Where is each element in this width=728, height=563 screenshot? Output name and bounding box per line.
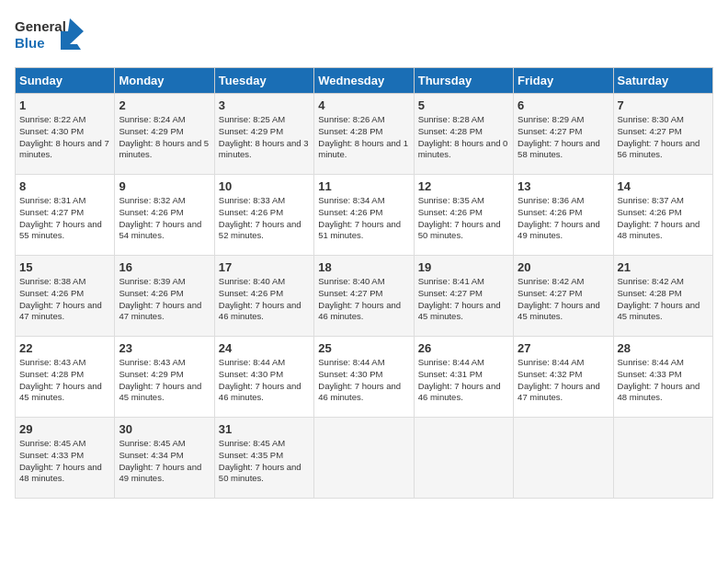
svg-text:General: General xyxy=(15,18,66,34)
day-number: 30 xyxy=(119,422,210,436)
day-info: Sunrise: 8:31 AMSunset: 4:27 PMDaylight:… xyxy=(19,195,110,242)
day-header-tuesday: Tuesday xyxy=(214,68,313,94)
calendar-cell xyxy=(314,418,414,499)
calendar-week-row: 1Sunrise: 8:22 AMSunset: 4:30 PMDaylight… xyxy=(16,94,713,175)
day-header-wednesday: Wednesday xyxy=(314,68,414,94)
calendar-cell: 10Sunrise: 8:33 AMSunset: 4:26 PMDayligh… xyxy=(214,175,313,256)
calendar-cell: 5Sunrise: 8:28 AMSunset: 4:28 PMDaylight… xyxy=(414,94,513,175)
calendar-cell: 27Sunrise: 8:44 AMSunset: 4:32 PMDayligh… xyxy=(514,337,613,418)
day-number: 29 xyxy=(19,422,110,436)
calendar-cell: 7Sunrise: 8:30 AMSunset: 4:27 PMDaylight… xyxy=(613,94,712,175)
day-info: Sunrise: 8:30 AMSunset: 4:27 PMDaylight:… xyxy=(618,114,709,161)
day-number: 9 xyxy=(119,179,210,193)
day-number: 15 xyxy=(19,260,110,274)
day-number: 18 xyxy=(318,260,409,274)
calendar-cell: 17Sunrise: 8:40 AMSunset: 4:26 PMDayligh… xyxy=(214,256,313,337)
calendar-cell: 11Sunrise: 8:34 AMSunset: 4:26 PMDayligh… xyxy=(314,175,414,256)
day-header-sunday: Sunday xyxy=(16,68,115,94)
svg-text:Blue: Blue xyxy=(15,35,45,51)
day-number: 25 xyxy=(318,341,409,355)
calendar-cell: 19Sunrise: 8:41 AMSunset: 4:27 PMDayligh… xyxy=(414,256,513,337)
day-info: Sunrise: 8:45 AMSunset: 4:34 PMDaylight:… xyxy=(119,438,210,485)
day-info: Sunrise: 8:33 AMSunset: 4:26 PMDaylight:… xyxy=(219,195,310,242)
calendar-cell: 9Sunrise: 8:32 AMSunset: 4:26 PMDaylight… xyxy=(115,175,214,256)
day-number: 26 xyxy=(418,341,509,355)
day-info: Sunrise: 8:36 AMSunset: 4:26 PMDaylight:… xyxy=(518,195,609,242)
calendar-week-row: 8Sunrise: 8:31 AMSunset: 4:27 PMDaylight… xyxy=(16,175,713,256)
calendar-cell: 16Sunrise: 8:39 AMSunset: 4:26 PMDayligh… xyxy=(115,256,214,337)
day-number: 12 xyxy=(418,179,509,193)
calendar-cell: 22Sunrise: 8:43 AMSunset: 4:28 PMDayligh… xyxy=(16,337,115,418)
calendar-cell: 12Sunrise: 8:35 AMSunset: 4:26 PMDayligh… xyxy=(414,175,513,256)
calendar-cell: 4Sunrise: 8:26 AMSunset: 4:28 PMDaylight… xyxy=(314,94,414,175)
calendar-cell: 3Sunrise: 8:25 AMSunset: 4:29 PMDaylight… xyxy=(214,94,313,175)
day-header-thursday: Thursday xyxy=(414,68,513,94)
day-number: 27 xyxy=(518,341,609,355)
calendar-cell xyxy=(514,418,613,499)
calendar-header-row: SundayMondayTuesdayWednesdayThursdayFrid… xyxy=(16,68,713,94)
calendar-cell: 29Sunrise: 8:45 AMSunset: 4:33 PMDayligh… xyxy=(16,418,115,499)
day-info: Sunrise: 8:39 AMSunset: 4:26 PMDaylight:… xyxy=(119,276,210,323)
day-info: Sunrise: 8:22 AMSunset: 4:30 PMDaylight:… xyxy=(19,114,110,161)
day-info: Sunrise: 8:44 AMSunset: 4:33 PMDaylight:… xyxy=(618,357,709,404)
day-number: 31 xyxy=(219,422,310,436)
calendar-cell: 6Sunrise: 8:29 AMSunset: 4:27 PMDaylight… xyxy=(514,94,613,175)
calendar-cell: 13Sunrise: 8:36 AMSunset: 4:26 PMDayligh… xyxy=(514,175,613,256)
day-info: Sunrise: 8:38 AMSunset: 4:26 PMDaylight:… xyxy=(19,276,110,323)
calendar-cell xyxy=(414,418,513,499)
day-info: Sunrise: 8:29 AMSunset: 4:27 PMDaylight:… xyxy=(518,114,609,161)
calendar-table: SundayMondayTuesdayWednesdayThursdayFrid… xyxy=(15,67,713,499)
day-info: Sunrise: 8:40 AMSunset: 4:27 PMDaylight:… xyxy=(318,276,409,323)
day-number: 2 xyxy=(119,98,210,112)
day-info: Sunrise: 8:44 AMSunset: 4:32 PMDaylight:… xyxy=(518,357,609,404)
day-header-friday: Friday xyxy=(514,68,613,94)
calendar-week-row: 15Sunrise: 8:38 AMSunset: 4:26 PMDayligh… xyxy=(16,256,713,337)
day-number: 6 xyxy=(518,98,609,112)
calendar-cell: 24Sunrise: 8:44 AMSunset: 4:30 PMDayligh… xyxy=(214,337,313,418)
day-info: Sunrise: 8:24 AMSunset: 4:29 PMDaylight:… xyxy=(119,114,210,161)
calendar-cell: 18Sunrise: 8:40 AMSunset: 4:27 PMDayligh… xyxy=(314,256,414,337)
day-info: Sunrise: 8:45 AMSunset: 4:35 PMDaylight:… xyxy=(219,438,310,485)
calendar-cell: 15Sunrise: 8:38 AMSunset: 4:26 PMDayligh… xyxy=(16,256,115,337)
day-number: 4 xyxy=(318,98,409,112)
calendar-week-row: 22Sunrise: 8:43 AMSunset: 4:28 PMDayligh… xyxy=(16,337,713,418)
day-number: 24 xyxy=(219,341,310,355)
day-info: Sunrise: 8:25 AMSunset: 4:29 PMDaylight:… xyxy=(219,114,310,161)
day-info: Sunrise: 8:43 AMSunset: 4:28 PMDaylight:… xyxy=(19,357,110,404)
day-info: Sunrise: 8:45 AMSunset: 4:33 PMDaylight:… xyxy=(19,438,110,485)
day-number: 10 xyxy=(219,179,310,193)
calendar-cell: 21Sunrise: 8:42 AMSunset: 4:28 PMDayligh… xyxy=(613,256,712,337)
day-info: Sunrise: 8:37 AMSunset: 4:26 PMDaylight:… xyxy=(618,195,709,242)
calendar-cell: 30Sunrise: 8:45 AMSunset: 4:34 PMDayligh… xyxy=(115,418,214,499)
calendar-cell: 2Sunrise: 8:24 AMSunset: 4:29 PMDaylight… xyxy=(115,94,214,175)
calendar-cell: 14Sunrise: 8:37 AMSunset: 4:26 PMDayligh… xyxy=(613,175,712,256)
day-header-monday: Monday xyxy=(115,68,214,94)
day-info: Sunrise: 8:35 AMSunset: 4:26 PMDaylight:… xyxy=(418,195,509,242)
calendar-cell xyxy=(613,418,712,499)
day-number: 14 xyxy=(618,179,709,193)
day-info: Sunrise: 8:43 AMSunset: 4:29 PMDaylight:… xyxy=(119,357,210,404)
day-number: 22 xyxy=(19,341,110,355)
day-info: Sunrise: 8:44 AMSunset: 4:30 PMDaylight:… xyxy=(318,357,409,404)
page-header: GeneralBlue xyxy=(15,15,713,56)
day-info: Sunrise: 8:44 AMSunset: 4:31 PMDaylight:… xyxy=(418,357,509,404)
calendar-cell: 8Sunrise: 8:31 AMSunset: 4:27 PMDaylight… xyxy=(16,175,115,256)
calendar-cell: 25Sunrise: 8:44 AMSunset: 4:30 PMDayligh… xyxy=(314,337,414,418)
day-number: 5 xyxy=(418,98,509,112)
day-info: Sunrise: 8:34 AMSunset: 4:26 PMDaylight:… xyxy=(318,195,409,242)
day-number: 8 xyxy=(19,179,110,193)
day-number: 13 xyxy=(518,179,609,193)
day-number: 11 xyxy=(318,179,409,193)
calendar-week-row: 29Sunrise: 8:45 AMSunset: 4:33 PMDayligh… xyxy=(16,418,713,499)
day-number: 23 xyxy=(119,341,210,355)
day-info: Sunrise: 8:41 AMSunset: 4:27 PMDaylight:… xyxy=(418,276,509,323)
calendar-cell: 23Sunrise: 8:43 AMSunset: 4:29 PMDayligh… xyxy=(115,337,214,418)
day-info: Sunrise: 8:26 AMSunset: 4:28 PMDaylight:… xyxy=(318,114,409,161)
day-number: 17 xyxy=(219,260,310,274)
logo: GeneralBlue xyxy=(15,15,88,56)
day-number: 3 xyxy=(219,98,310,112)
calendar-cell: 26Sunrise: 8:44 AMSunset: 4:31 PMDayligh… xyxy=(414,337,513,418)
day-info: Sunrise: 8:42 AMSunset: 4:28 PMDaylight:… xyxy=(618,276,709,323)
day-info: Sunrise: 8:42 AMSunset: 4:27 PMDaylight:… xyxy=(518,276,609,323)
calendar-cell: 28Sunrise: 8:44 AMSunset: 4:33 PMDayligh… xyxy=(613,337,712,418)
